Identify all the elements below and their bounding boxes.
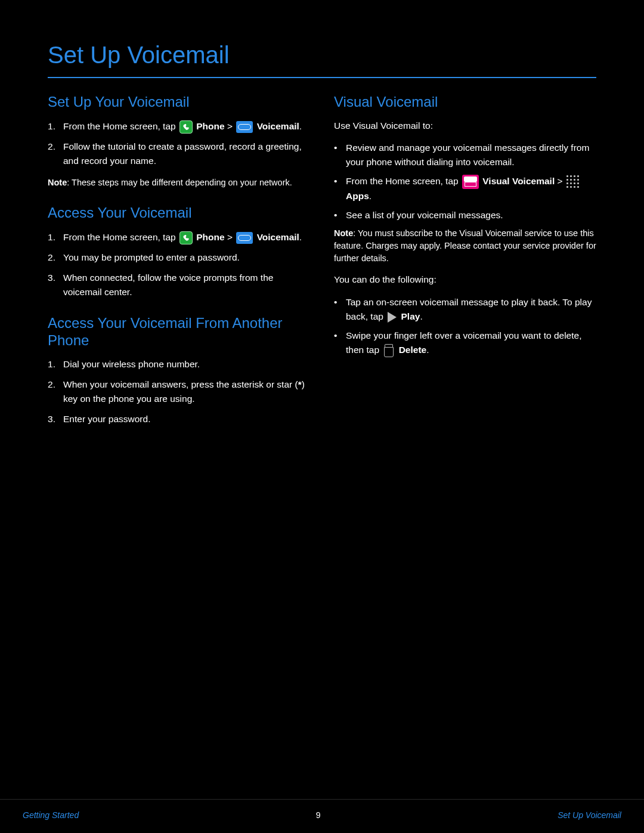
visual-bullet-1: Review and manage your voicemail message… [334,141,596,169]
setup-step-1-text-a: From the Home screen, tap [63,121,178,131]
note-label: Note [48,178,67,187]
footer-right: Set Up Voicemail [558,810,621,820]
visual-b2-text-a: From the Home screen, tap [346,176,461,186]
note-label: Note [334,228,353,238]
left-column: Set Up Your Voicemail From the Home scre… [48,94,310,442]
title-divider [48,77,596,78]
access-step-1: From the Home screen, tap Phone > Voicem… [48,230,310,244]
visual-voicemail-icon [462,175,479,189]
section-access-another: Access Your Voicemail From Another Phone… [48,315,310,427]
setup-step-1-sep: > [227,121,235,131]
access-step-1-text-a: From the Home screen, tap [63,232,178,242]
setup-note-text: : These steps may be different depending… [67,178,292,187]
play-icon [388,312,397,323]
voicemail-icon [236,121,253,133]
visual-task-2-text-a: Swipe your finger left over a voicemail … [346,330,581,355]
section-visual-voicemail: Visual Voicemail Use Visual Voicemail to… [334,94,596,357]
setup-step-1-end: . [299,121,302,131]
visual-task-1-text-a: Tap an on-screen voicemail message to pl… [346,297,592,321]
another-step-1: Dial your wireless phone number. [48,357,310,371]
setup-step-1: From the Home screen, tap Phone > Voicem… [48,119,310,134]
access-step-1-sep: > [227,232,235,242]
setup-note: Note: These steps may be different depen… [48,176,310,189]
another-step-2: When your voicemail answers, press the a… [48,377,310,406]
visual-bullet-3: See a list of your voicemail messages. [334,208,596,222]
voicemail-label: Voicemail [257,121,299,131]
another-step-3: Enter your password. [48,412,310,426]
right-column: Visual Voicemail Use Visual Voicemail to… [334,94,596,442]
footer-page-number: 9 [316,810,321,820]
setup-step-2: Follow the tutorial to create a password… [48,140,310,168]
visual-note: Note: You must subscribe to the Visual V… [334,227,596,265]
phone-icon [179,231,193,244]
heading-access: Access Your Voicemail [48,205,310,222]
heading-visual: Visual Voicemail [334,94,596,111]
heading-access-another: Access Your Voicemail From Another Phone [48,315,310,349]
visual-voicemail-label: Visual Voicemail [482,176,555,186]
apps-label: Apps [346,191,369,201]
visual-b2-end: . [369,191,371,201]
delete-label: Delete [399,345,427,355]
phone-label: Phone [196,121,224,131]
access-step-2: You may be prompted to enter a password. [48,250,310,265]
voicemail-label: Voicemail [257,232,299,242]
trash-icon [383,344,394,357]
page-title: Set Up Voicemail [48,42,596,69]
visual-task-1: Tap an on-screen voicemail message to pl… [334,295,596,324]
visual-bullet-2: From the Home screen, tap Visual Voicema… [334,174,596,203]
section-access-voicemail: Access Your Voicemail From the Home scre… [48,205,310,299]
visual-task-2: Swipe your finger left over a voicemail … [334,329,596,357]
play-label: Play [401,311,420,321]
access-step-3: When connected, follow the voice prompts… [48,271,310,299]
voicemail-icon [236,232,253,244]
visual-tasklead: You can do the following: [334,273,596,286]
another-step-2-text-a: When your voicemail answers, press the a… [63,379,298,389]
visual-task-1-end: . [420,311,422,321]
section-setup-voicemail: Set Up Your Voicemail From the Home scre… [48,94,310,189]
access-step-1-end: . [299,232,302,242]
visual-b2-sep: > [558,176,565,186]
page-footer: Getting Started 9 Set Up Voicemail [0,799,644,833]
phone-icon [179,120,193,134]
visual-intro: Use Visual Voicemail to: [334,119,596,132]
phone-label: Phone [196,232,224,242]
footer-left: Getting Started [23,810,79,820]
visual-note-text: : You must subscribe to the Visual Voice… [334,228,596,263]
heading-setup: Set Up Your Voicemail [48,94,310,111]
visual-task-2-end: . [426,345,429,355]
apps-icon [566,175,580,188]
